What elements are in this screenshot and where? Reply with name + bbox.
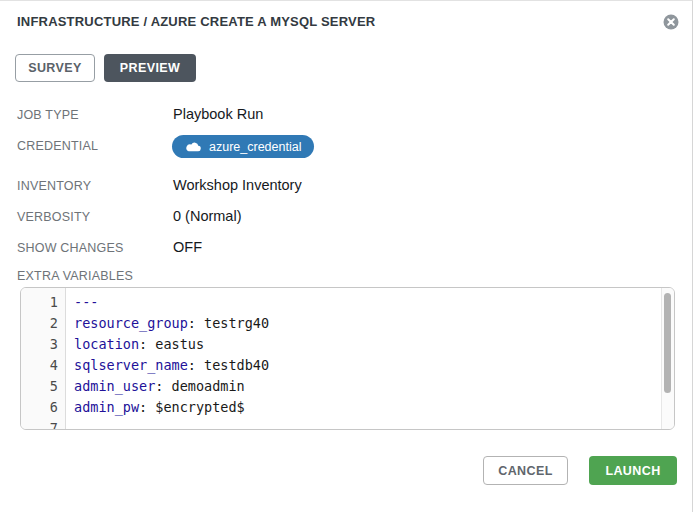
yaml-value: $encrypted$: [155, 399, 244, 415]
cancel-button[interactable]: CANCEL: [483, 456, 568, 485]
code-line[interactable]: location: eastus: [67, 334, 660, 355]
job-launch-preview-dialog: INFRASTRUCTURE / AZURE CREATE A MYSQL SE…: [0, 0, 693, 512]
yaml-separator: :: [155, 378, 171, 394]
tab-preview-label: PREVIEW: [120, 61, 180, 75]
editor-scrollbar-track[interactable]: [661, 288, 674, 429]
inventory-label: INVENTORY: [17, 179, 91, 193]
yaml-value: eastus: [155, 336, 204, 352]
code-line[interactable]: admin_user: demoadmin: [67, 376, 660, 397]
cancel-button-label: CANCEL: [498, 464, 552, 478]
inventory-value: Workshop Inventory: [173, 177, 302, 193]
line-number: 1: [21, 292, 58, 313]
line-number: 3: [21, 334, 58, 355]
page-title: INFRASTRUCTURE / AZURE CREATE A MYSQL SE…: [17, 14, 375, 29]
editor-code-area[interactable]: ---resource_group: testrg40location: eas…: [67, 292, 660, 418]
job-type-value: Playbook Run: [173, 106, 263, 122]
extra-variables-label: EXTRA VARIABLES: [17, 269, 133, 283]
yaml-separator: :: [139, 399, 155, 415]
yaml-key: admin_pw: [74, 399, 139, 415]
show-changes-label: SHOW CHANGES: [17, 241, 124, 255]
credential-badge[interactable]: azure_credential: [172, 135, 314, 158]
yaml-separator: :: [188, 315, 204, 331]
yaml-value: testrg40: [204, 315, 269, 331]
yaml-separator: :: [188, 357, 204, 373]
show-changes-value: OFF: [173, 239, 202, 255]
code-line[interactable]: admin_pw: $encrypted$: [67, 397, 660, 418]
yaml-key: sqlserver_name: [74, 357, 188, 373]
yaml-key: resource_group: [74, 315, 188, 331]
code-line[interactable]: ---: [67, 292, 660, 313]
credential-label: CREDENTIAL: [17, 139, 98, 153]
yaml-value: testdb40: [204, 357, 269, 373]
line-number: 2: [21, 313, 58, 334]
cloud-icon: [185, 141, 202, 153]
line-number: 6: [21, 397, 58, 418]
extra-variables-editor[interactable]: 1234567 ---resource_group: testrg40locat…: [20, 287, 675, 430]
line-number: 5: [21, 376, 58, 397]
line-number: 4: [21, 355, 58, 376]
credential-badge-label: azure_credential: [209, 140, 301, 154]
editor-scrollbar-thumb[interactable]: [664, 293, 671, 393]
yaml-value: demoadmin: [172, 378, 245, 394]
line-number: 7: [21, 418, 58, 430]
launch-button[interactable]: LAUNCH: [589, 456, 677, 485]
code-line[interactable]: resource_group: testrg40: [67, 313, 660, 334]
yaml-key: location: [74, 336, 139, 352]
job-type-label: JOB TYPE: [17, 108, 79, 122]
yaml-key: ---: [74, 294, 98, 310]
tab-survey-label: SURVEY: [28, 61, 82, 75]
tab-survey[interactable]: SURVEY: [15, 54, 95, 82]
verbosity-label: VERBOSITY: [17, 210, 90, 224]
code-line[interactable]: sqlserver_name: testdb40: [67, 355, 660, 376]
tab-preview[interactable]: PREVIEW: [104, 54, 196, 82]
launch-button-label: LAUNCH: [605, 464, 660, 478]
close-icon[interactable]: [663, 14, 679, 30]
yaml-key: admin_user: [74, 378, 155, 394]
editor-line-numbers: 1234567: [21, 292, 58, 430]
verbosity-value: 0 (Normal): [173, 208, 241, 224]
yaml-separator: :: [139, 336, 155, 352]
